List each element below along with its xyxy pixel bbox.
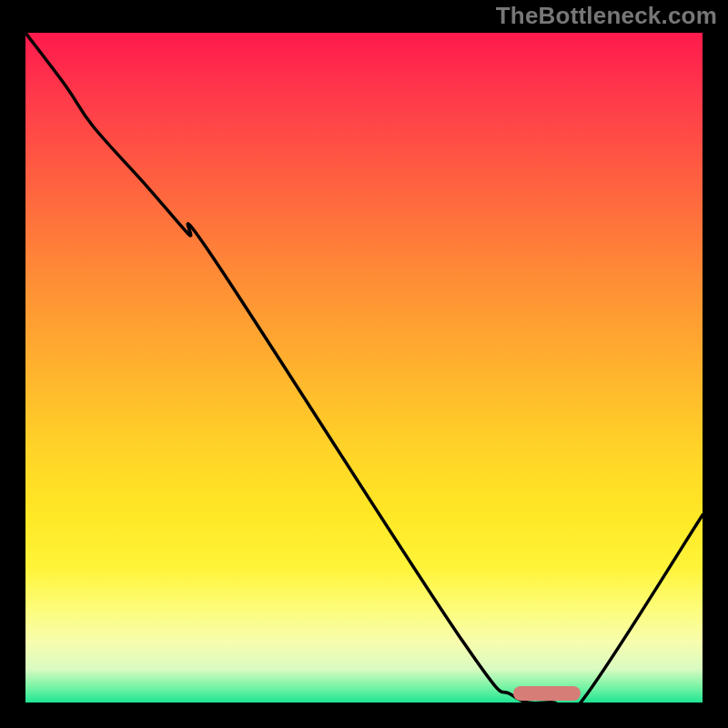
- curve-path: [25, 33, 703, 703]
- bottleneck-curve: [25, 33, 703, 703]
- attribution-label: TheBottleneck.com: [496, 2, 717, 30]
- optimal-range-marker: [513, 686, 581, 701]
- chart-frame: TheBottleneck.com: [0, 0, 728, 728]
- plot-area: [25, 33, 703, 703]
